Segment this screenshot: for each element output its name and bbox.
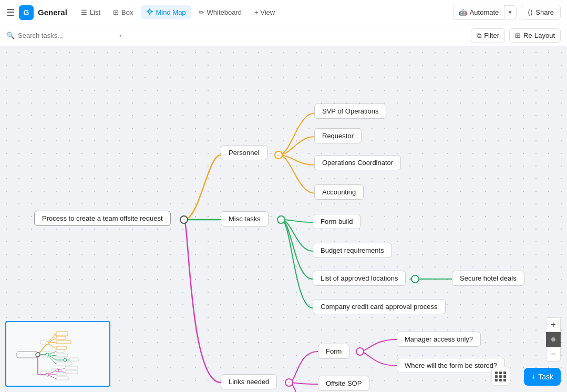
svg-point-38 (46, 373, 49, 376)
automate-button-group: 🤖 Automate ▾ (453, 5, 517, 20)
budget-requirements-node[interactable]: Budget requirements (313, 243, 392, 258)
requestor-node[interactable]: Requestor (314, 128, 362, 143)
secure-hotel-label: Secure hotel deals (460, 274, 517, 282)
svg-rect-41 (65, 366, 78, 369)
mindmap-icon (146, 8, 153, 17)
list-approved-label: List of approved locations (321, 274, 398, 282)
form-connector[interactable] (356, 347, 364, 356)
nav-tabs: ☰ List ⊞ Box Mind Map ✏ Whiteboard (76, 5, 449, 19)
dot (495, 372, 498, 374)
svg-rect-13 (56, 346, 67, 349)
where-form-stored-node[interactable]: Where will the form be stored? (397, 358, 505, 373)
zoom-controls: + − (546, 317, 561, 362)
list-approved-connector[interactable] (411, 275, 419, 283)
topbar: ☰ G General ☰ List ⊞ Box Mind Map ✏ (0, 0, 567, 25)
svg-rect-26 (56, 358, 69, 361)
root-node[interactable]: Process to create a team offsite request (34, 211, 171, 226)
requestor-label: Requestor (322, 132, 354, 140)
dot (495, 375, 498, 378)
secure-hotel-node[interactable]: Secure hotel deals (452, 271, 524, 286)
automate-label: Automate (470, 8, 499, 16)
svp-operations-node[interactable]: SVP of Operations (314, 104, 386, 119)
svg-rect-44 (56, 377, 69, 380)
minimap-svg (6, 322, 110, 387)
search-wrap: 🔍 ▾ (6, 32, 122, 39)
svg-rect-42 (65, 370, 78, 374)
dot (503, 379, 506, 381)
dot (499, 372, 502, 374)
list-icon: ☰ (81, 8, 87, 16)
company-credit-label: Company credit card approval process (321, 303, 438, 311)
hamburger-menu[interactable]: ☰ (6, 7, 15, 18)
tab-view[interactable]: + View (249, 6, 280, 19)
app-icon: G (19, 5, 34, 20)
automate-caret-button[interactable]: ▾ (504, 5, 517, 19)
share-label: Share (535, 8, 554, 16)
svg-point-40 (56, 369, 59, 372)
tab-list-label: List (90, 8, 100, 16)
personnel-connector[interactable]: − (274, 151, 283, 159)
share-button[interactable]: ⟨⟩ Share (521, 5, 561, 20)
app-title: General (38, 8, 67, 17)
manager-access-node[interactable]: Manager access only? (397, 332, 481, 347)
links-connector[interactable]: − (285, 378, 293, 387)
form-label: Form (326, 347, 342, 355)
box-icon: ⊞ (113, 8, 119, 16)
svg-rect-24 (56, 349, 64, 353)
svg-rect-27 (69, 358, 79, 361)
svg-point-46 (36, 353, 40, 357)
zoom-handle-dot (551, 337, 555, 342)
svg-point-23 (46, 353, 49, 356)
filter-button[interactable]: ⧉ Filter (471, 28, 505, 43)
offsite-sop-node[interactable]: Offsite SOP (318, 376, 369, 391)
tab-list[interactable]: ☰ List (76, 6, 106, 19)
personnel-node[interactable]: Personnel (221, 145, 267, 160)
misc-tasks-node[interactable]: Misc tasks (221, 211, 269, 226)
where-form-label: Where will the form be stored? (405, 362, 497, 369)
root-connector[interactable]: − (180, 215, 188, 224)
search-icon: 🔍 (6, 32, 15, 39)
svg-point-0 (148, 10, 151, 13)
svg-point-29 (64, 358, 67, 362)
searchbar-right: ⧉ Filter ⊞ Re-Layout (471, 28, 561, 43)
zoom-out-button[interactable]: − (546, 347, 561, 362)
searchbar: 🔍 ▾ ⧉ Filter ⊞ Re-Layout (0, 25, 567, 46)
form-node[interactable]: Form (318, 344, 349, 359)
links-needed-node[interactable]: Links needed (221, 374, 277, 389)
misc-connector[interactable]: − (277, 215, 285, 224)
automate-robot-icon: 🤖 (459, 8, 467, 16)
tab-mindmap-label: Mind Map (156, 8, 186, 16)
budget-req-label: Budget requirements (321, 246, 384, 254)
filter-icon: ⧉ (477, 32, 481, 40)
form-build-label: Form build (321, 218, 353, 225)
add-task-label: Task (538, 373, 553, 381)
tab-mindmap[interactable]: Mind Map (141, 5, 191, 19)
dot (503, 372, 506, 374)
root-label: Process to create a team offsite request (42, 214, 163, 222)
accounting-node[interactable]: Accounting (314, 184, 364, 200)
tab-box[interactable]: ⊞ Box (108, 6, 138, 19)
company-credit-card-node[interactable]: Company credit card approval process (313, 299, 446, 314)
form-build-node[interactable]: Form build (313, 214, 360, 229)
grid-view-button[interactable] (491, 367, 510, 386)
ops-coordinator-label: Operations Coordinator (322, 159, 393, 167)
search-input[interactable] (18, 32, 115, 39)
relayout-button[interactable]: ⊞ Re-Layout (509, 28, 561, 43)
automate-main-button[interactable]: 🤖 Automate (453, 5, 505, 20)
whiteboard-icon: ✏ (199, 8, 204, 16)
dot (499, 375, 502, 378)
dot (499, 379, 502, 381)
svp-label: SVP of Operations (322, 107, 378, 115)
operations-coordinator-node[interactable]: Operations Coordinator (314, 155, 401, 170)
dot (495, 379, 498, 381)
zoom-in-button[interactable]: + (546, 317, 561, 332)
svg-rect-28 (56, 362, 72, 365)
share-icon: ⟨⟩ (528, 8, 533, 16)
minimap (5, 321, 110, 387)
zoom-handle[interactable] (546, 332, 561, 347)
tab-whiteboard[interactable]: ✏ Whiteboard (193, 6, 247, 19)
topbar-right: 🤖 Automate ▾ ⟨⟩ Share (453, 5, 561, 20)
dot (503, 375, 506, 378)
list-approved-node[interactable]: List of approved locations (313, 271, 406, 286)
add-task-button[interactable]: + Task (524, 368, 561, 386)
